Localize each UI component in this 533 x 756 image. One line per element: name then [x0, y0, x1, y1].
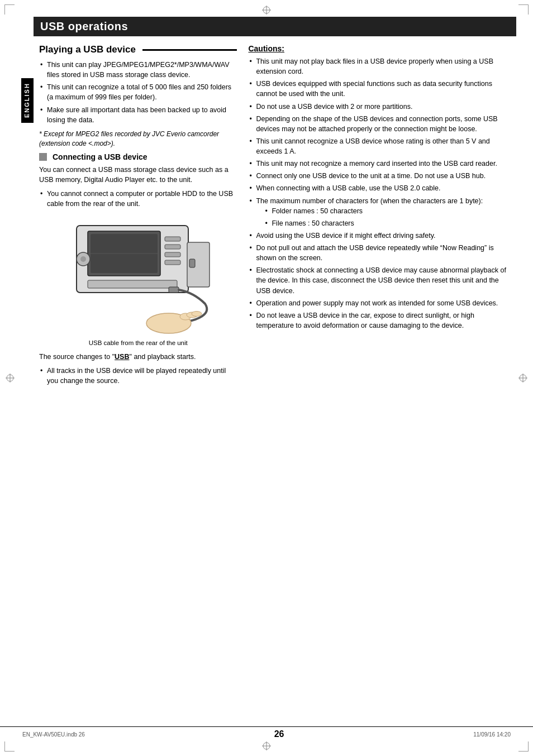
svg-rect-22 [88, 280, 177, 288]
playing-bullets-list: This unit can play JPEG/MPEG1/MPEG2*/MP3… [39, 60, 237, 125]
list-item: This unit can play JPEG/MPEG1/MPEG2*/MP3… [39, 60, 237, 80]
cautions-list: This unit may not play back files in a U… [248, 56, 511, 331]
device-image-area: USB cable from the rear of the unit [39, 214, 237, 346]
right-column: Cautions: This unit may not play back fi… [248, 44, 511, 390]
svg-point-17 [80, 256, 86, 262]
sub-heading-icon [39, 153, 47, 161]
list-item: Make sure all important data has been ba… [39, 105, 237, 125]
connecting-usb-heading: Connecting a USB device [39, 152, 237, 161]
corner-mark-br [518, 741, 529, 752]
playing-usb-heading-text: Playing a USB device [39, 44, 136, 55]
footer-date: 11/09/16 14:20 [473, 731, 511, 738]
connect-bullets-list: You cannot connect a computer or portabl… [39, 189, 237, 209]
svg-rect-18 [165, 237, 180, 241]
main-content: USB operations Playing a USB device This… [39, 17, 511, 390]
page-number: 26 [274, 729, 284, 739]
list-item: Do not use a USB device with 2 or more p… [248, 102, 511, 112]
footnote: * Except for MPEG2 files recorded by JVC… [39, 130, 237, 149]
list-item: Operation and power supply may not work … [248, 298, 511, 308]
page: ENGLISH USB operations Playing a USB dev… [0, 0, 533, 756]
playing-usb-heading: Playing a USB device [39, 44, 237, 55]
list-item: Connect only one USB device to the unit … [248, 171, 511, 181]
list-item: Electrostatic shock at connecting a USB … [248, 265, 511, 295]
list-item: Avoid using the USB device if it might e… [248, 231, 511, 241]
footer-file: EN_KW-AV50EU.indb 26 [22, 731, 85, 738]
list-item: You cannot connect a computer or portabl… [39, 189, 237, 209]
connecting-usb-heading-text: Connecting a USB device [53, 152, 147, 161]
list-item: Do not pull out and attach the USB devic… [248, 243, 511, 263]
svg-rect-29 [189, 259, 195, 267]
list-item: When connecting with a USB cable, use th… [248, 183, 511, 193]
list-item: The maximum number of characters for (wh… [248, 196, 511, 228]
corner-mark-tl [4, 4, 15, 15]
reg-mark-top [262, 6, 271, 15]
language-sidebar: ENGLISH [21, 78, 34, 123]
list-item: Do not leave a USB device in the car, ex… [248, 310, 511, 331]
connect-intro: You can connect a USB mass storage class… [39, 165, 237, 185]
svg-rect-19 [165, 245, 180, 249]
svg-rect-21 [165, 260, 180, 265]
reg-mark-left [6, 374, 15, 382]
svg-rect-23 [169, 287, 179, 293]
list-item: This unit can recognize a total of 5 000… [39, 82, 237, 102]
reg-mark-right [518, 374, 527, 382]
page-header-bar: USB operations [34, 17, 516, 36]
playback-bullets-list: All tracks in the USB device will be pla… [39, 366, 237, 386]
playback-intro-text: The source changes to "USB" and playback… [39, 352, 237, 362]
char-limit-item: File names : 50 characters [264, 218, 511, 228]
list-item: Depending on the shape of the USB device… [248, 114, 511, 134]
corner-mark-bl [4, 741, 15, 752]
two-column-layout: Playing a USB device This unit can play … [39, 44, 511, 390]
page-footer: EN_KW-AV50EU.indb 26 26 11/09/16 14:20 [0, 726, 533, 739]
svg-rect-20 [165, 252, 180, 257]
image-caption: USB cable from the rear of the unit [39, 339, 237, 346]
sidebar-label: ENGLISH [23, 83, 30, 118]
list-item: This unit may not play back files in a U… [248, 56, 511, 76]
list-item: USB devices equipped with special functi… [248, 79, 511, 99]
corner-mark-tr [518, 4, 529, 15]
list-item: This unit may not recognize a memory car… [248, 159, 511, 169]
char-limit-item: Folder names : 50 characters [264, 206, 511, 216]
left-column: Playing a USB device This unit can play … [39, 44, 237, 390]
usb-label: USB [115, 353, 129, 361]
heading-line [142, 49, 237, 51]
page-title: USB operations [40, 20, 128, 32]
char-limits-list: Folder names : 50 characters File names … [264, 206, 511, 228]
svg-point-27 [192, 311, 202, 316]
cautions-heading: Cautions: [248, 44, 511, 53]
list-item: All tracks in the USB device will be pla… [39, 366, 237, 386]
device-diagram [60, 214, 216, 337]
list-item: This unit cannot recognize a USB device … [248, 136, 511, 156]
reg-mark-bottom [262, 741, 271, 750]
